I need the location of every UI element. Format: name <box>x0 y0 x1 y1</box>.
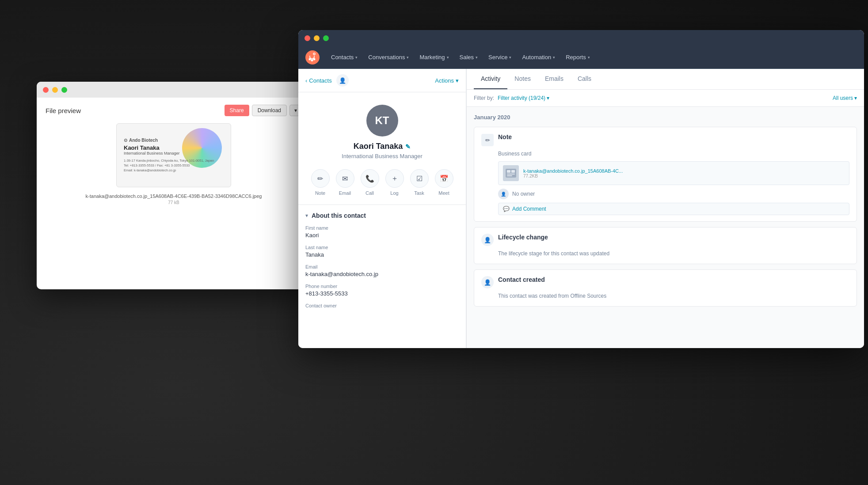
log-icon: ＋ <box>385 169 404 188</box>
contact-name: Kaori Tanaka ✎ <box>354 142 411 151</box>
attachment-info: k-tanaka@andobiotech.co.jp_15A608AB-4C..… <box>523 168 623 178</box>
owner-label: Contact owner <box>305 303 459 308</box>
add-comment-button[interactable]: 💬 Add Comment <box>498 203 849 215</box>
file-filename: k-tanaka@andobiotech.co.jp_15A608AB-4C6E… <box>46 193 302 199</box>
activity-card-note: ✏ Note Business card <box>474 127 857 222</box>
note-action-button[interactable]: ✏ Note <box>311 169 330 196</box>
note-card-title: Note <box>498 133 512 140</box>
email-field: Email k-tanaka@andobiotech.co.jp <box>305 264 459 277</box>
action-buttons-row: ✏ Note ✉ Email 📞 Call ＋ Log <box>311 169 453 196</box>
note-attachment: k-tanaka@andobiotech.co.jp_15A608AB-4C..… <box>498 161 849 185</box>
meet-icon: 📅 <box>435 169 453 188</box>
business-card-preview: ⊙ Ando Biotech Kaori Tanaka Internationa… <box>116 123 231 187</box>
maximize-button[interactable] <box>61 87 67 93</box>
log-action-button[interactable]: ＋ Log <box>385 169 404 196</box>
hubspot-logo <box>305 50 320 64</box>
no-owner-row: 👤 No owner <box>498 189 849 199</box>
sales-chevron-icon: ▾ <box>476 55 478 60</box>
attachment-name: k-tanaka@andobiotech.co.jp_15A608AB-4C..… <box>523 168 623 174</box>
comment-icon: 💬 <box>503 206 510 212</box>
firstname-label: First name <box>305 225 459 231</box>
nav-automation[interactable]: Automation ▾ <box>518 51 560 63</box>
actions-button[interactable]: Actions ▾ <box>435 77 459 84</box>
email-icon: ✉ <box>336 169 354 188</box>
back-to-contacts[interactable]: ‹ Contacts <box>305 77 332 84</box>
svg-point-0 <box>305 50 320 64</box>
svg-rect-5 <box>507 170 510 173</box>
owner-field: Contact owner <box>305 303 459 308</box>
hs-close-button[interactable] <box>305 35 310 41</box>
lifecycle-icon: 👤 <box>481 234 494 246</box>
download-button[interactable]: Download <box>252 105 287 116</box>
lifecycle-card-title: Lifecycle change <box>498 234 548 241</box>
card-person-title: International Business Manager <box>124 151 224 155</box>
reports-chevron-icon: ▾ <box>588 55 590 60</box>
file-preview-body: File preview Share Download ▾ ⊙ Ando Bio… <box>37 98 311 212</box>
task-action-button[interactable]: ☑ Task <box>410 169 429 196</box>
nav-marketing[interactable]: Marketing ▾ <box>415 51 453 63</box>
nav-conversations[interactable]: Conversations ▾ <box>364 51 413 63</box>
activity-card-lifecycle: 👤 Lifecycle change The lifecycle stage f… <box>474 227 857 264</box>
note-card-icon: ✏ <box>481 134 494 146</box>
contact-person-icon: 👤 <box>336 74 349 87</box>
nav-reports[interactable]: Reports ▾ <box>561 51 594 63</box>
meet-action-button[interactable]: 📅 Meet <box>435 169 453 196</box>
window-titlebar <box>37 82 311 98</box>
email-action-button[interactable]: ✉ Email <box>336 169 354 196</box>
svg-point-1 <box>309 58 311 60</box>
phone-field: Phone number +813-3355-5533 <box>305 284 459 297</box>
filter-users-button[interactable]: All users ▾ <box>833 95 857 101</box>
phone-icon: 📞 <box>361 169 379 188</box>
email-value: k-tanaka@andobiotech.co.jp <box>305 271 459 277</box>
lastname-field: Last name Tanaka <box>305 245 459 258</box>
contact-job-title: International Business Manager <box>342 153 423 159</box>
month-label: January 2020 <box>474 114 857 121</box>
about-section: ▾ About this contact First name Kaori La… <box>298 205 466 322</box>
automation-chevron-icon: ▾ <box>553 55 555 60</box>
close-button[interactable] <box>43 87 49 93</box>
share-button[interactable]: Share <box>225 105 249 116</box>
svg-rect-8 <box>507 175 512 176</box>
contact-panel: ‹ Contacts 👤 Actions ▾ KT Kaori Tanaka ✎… <box>298 69 466 348</box>
tab-notes[interactable]: Notes <box>507 69 538 89</box>
attachment-size: 77.2KB <box>523 174 623 178</box>
conversations-chevron-icon: ▾ <box>407 55 409 60</box>
owner-avatar: 👤 <box>498 189 509 199</box>
marketing-chevron-icon: ▾ <box>447 55 449 60</box>
avatar: KT <box>366 105 398 136</box>
hs-minimize-button[interactable] <box>314 35 320 41</box>
filter-activity-button[interactable]: Filter activity (19/24) ▾ <box>498 95 549 101</box>
svg-point-3 <box>311 59 313 61</box>
edit-name-icon[interactable]: ✎ <box>405 143 411 150</box>
call-action-button[interactable]: 📞 Call <box>361 169 379 196</box>
filter-chevron-icon: ▾ <box>547 95 549 101</box>
minimize-button[interactable] <box>52 87 58 93</box>
nav-sales[interactable]: Sales ▾ <box>455 51 483 63</box>
lifecycle-card-body: The lifecycle stage for this contact was… <box>498 250 849 258</box>
contacts-chevron-icon: ▾ <box>355 55 358 60</box>
firstname-value: Kaori <box>305 232 459 239</box>
svg-point-2 <box>313 58 316 60</box>
about-chevron-icon: ▾ <box>305 212 308 219</box>
nav-service[interactable]: Service ▾ <box>484 51 516 63</box>
card-person-name: Kaori Tanaka <box>124 144 224 151</box>
note-card-body: Business card <box>498 150 849 158</box>
svg-rect-6 <box>511 170 515 173</box>
tab-emails[interactable]: Emails <box>538 69 571 89</box>
email-label: Email <box>305 264 459 269</box>
file-preview-header: File preview Share Download ▾ <box>46 105 302 116</box>
hs-maximize-button[interactable] <box>323 35 329 41</box>
created-card-header: 👤 Contact created <box>481 276 849 288</box>
card-address: 1-39-17 Kanda-jinbocho, Chiyoda-ku, Toky… <box>124 158 224 173</box>
svg-rect-7 <box>507 174 515 174</box>
tab-calls[interactable]: Calls <box>571 69 598 89</box>
file-size: 77 kB <box>46 200 302 205</box>
attachment-thumbnail <box>503 165 519 181</box>
lifecycle-card-header: 👤 Lifecycle change <box>481 234 849 246</box>
nav-contacts[interactable]: Contacts ▾ <box>327 51 362 63</box>
firstname-field: First name Kaori <box>305 225 459 239</box>
about-header: ▾ About this contact <box>305 212 459 219</box>
file-preview-window: File preview Share Download ▾ ⊙ Ando Bio… <box>37 82 311 289</box>
tab-activity[interactable]: Activity <box>474 69 507 89</box>
task-icon: ☑ <box>410 169 429 188</box>
